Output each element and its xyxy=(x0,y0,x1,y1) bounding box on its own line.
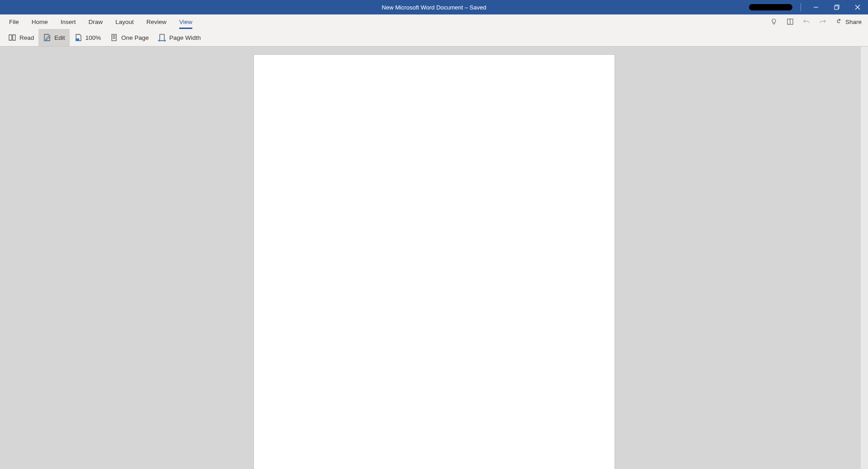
zoom-100-label: 100% xyxy=(86,34,101,41)
ribbon-toolbar-view: Read Edit 100% One Page Page Width xyxy=(0,29,868,47)
maximize-restore-icon xyxy=(834,5,839,10)
lightbulb-icon xyxy=(770,18,777,25)
account-info-redacted[interactable] xyxy=(749,4,792,10)
close-button[interactable] xyxy=(847,0,868,14)
page-width-icon xyxy=(158,33,166,42)
one-page-button[interactable]: One Page xyxy=(105,29,153,46)
undo-button[interactable] xyxy=(798,14,815,29)
undo-icon xyxy=(803,18,810,25)
read-mode-button[interactable]: Read xyxy=(4,29,38,46)
edit-icon xyxy=(43,33,51,42)
redo-button[interactable] xyxy=(815,14,831,29)
svg-rect-8 xyxy=(76,38,79,41)
minimize-icon xyxy=(813,5,819,10)
one-page-label: One Page xyxy=(121,34,149,41)
maximize-button[interactable] xyxy=(826,0,847,14)
svg-rect-9 xyxy=(112,34,116,41)
tell-me-button[interactable] xyxy=(766,14,782,29)
redo-icon xyxy=(819,18,826,25)
zoom-100-icon xyxy=(74,33,82,42)
close-icon xyxy=(855,5,860,10)
svg-rect-13 xyxy=(160,34,164,41)
vertical-scrollbar[interactable] xyxy=(861,47,868,469)
reading-pane-icon xyxy=(787,18,794,25)
zoom-100-button[interactable]: 100% xyxy=(70,29,106,46)
edit-mode-button[interactable]: Edit xyxy=(38,29,69,46)
minimize-button[interactable] xyxy=(806,0,826,14)
tab-home[interactable]: Home xyxy=(25,14,54,29)
tab-view[interactable]: View xyxy=(173,14,199,29)
window-title: New Microsoft Word Document – Saved xyxy=(382,4,486,11)
edit-label: Edit xyxy=(54,34,65,41)
read-icon xyxy=(8,33,16,42)
page-width-button[interactable]: Page Width xyxy=(153,29,205,46)
share-icon xyxy=(835,18,843,25)
tab-layout[interactable]: Layout xyxy=(109,14,140,29)
page-width-label: Page Width xyxy=(169,34,201,41)
tab-review[interactable]: Review xyxy=(140,14,173,29)
share-label: Share xyxy=(845,19,862,25)
document-page[interactable] xyxy=(254,55,615,469)
tab-insert[interactable]: Insert xyxy=(54,14,82,29)
tab-draw[interactable]: Draw xyxy=(82,14,110,29)
read-label: Read xyxy=(19,34,34,41)
tab-file[interactable]: File xyxy=(3,14,25,29)
titlebar-separator xyxy=(801,3,801,11)
share-button[interactable]: Share xyxy=(831,14,868,29)
ribbon-tabs: File Home Insert Draw Layout Review View… xyxy=(0,14,868,29)
document-canvas[interactable] xyxy=(0,47,868,469)
reading-pane-button[interactable] xyxy=(782,14,798,29)
window-titlebar: New Microsoft Word Document – Saved xyxy=(0,0,868,14)
one-page-icon xyxy=(110,33,118,42)
svg-rect-2 xyxy=(835,6,838,9)
